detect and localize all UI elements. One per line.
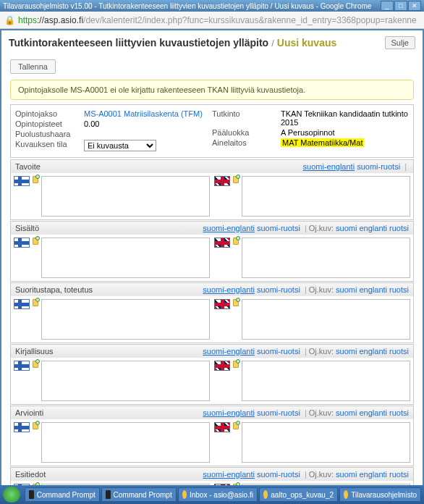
close-button[interactable]: Sulje [385,36,415,49]
window-btn-close[interactable]: ✕ [408,1,421,11]
kuvauksen-tila-select[interactable]: Ei kuvausta [84,140,156,151]
task-icon [106,490,111,499]
puolustushaara-label: Puolustushaara [15,130,84,138]
text-en-input[interactable] [242,299,410,340]
task-icon [182,490,187,499]
ainelaitos-value: MAT Matematiikka/Mat [281,138,409,147]
section-name: Tavoite [15,162,160,171]
text-fi-input[interactable] [41,176,210,217]
task-icon [263,490,268,499]
section-langlinks: suomi-englanti suomi-ruotsi |Oj.kuv: suo… [203,224,409,232]
lock-small-icon [233,176,239,183]
lang-fi-en-link[interactable]: suomi-englanti [203,285,255,294]
section-header: Arviointisuomi-englanti suomi-ruotsi |Oj… [11,406,413,419]
tutkinto-label: Tutkinto [212,109,281,127]
window-btn-max[interactable]: □ [394,1,407,11]
text-en-input[interactable] [242,238,410,278]
opintopisteet-value: 0.00 [84,119,212,128]
ojkuv-suomi-link[interactable]: suomi [336,408,357,417]
ojkuv-suomi-link[interactable]: suomi [336,470,357,479]
lock-small-icon [233,299,239,306]
task-icon [29,490,34,499]
task-label: aalto_ops_kuvau_2 [271,491,334,499]
ojkuv-englanti-link[interactable]: englanti [359,285,387,294]
lock-small-icon [33,361,38,368]
save-button[interactable]: Tallenna [10,59,56,74]
ojkuv-ruotsi-link[interactable]: ruotsi [389,224,409,232]
lang-fi-sv-link[interactable]: suomi-ruotsi [357,162,400,171]
lang-fi-sv-link[interactable]: suomi-ruotsi [257,224,300,232]
ojkuv-englanti-link[interactable]: englanti [359,470,387,479]
text-fi-input[interactable] [41,422,210,463]
lock-small-icon [233,361,239,368]
ojkuv-englanti-link[interactable]: englanti [359,408,387,417]
flag-fi-icon [14,422,30,432]
lock-small-icon [33,299,38,306]
properties-panel: OpintojaksoMS-A0001 Matriisilaskenta (TF… [10,104,414,158]
ojkuv-ruotsi-link[interactable]: ruotsi [389,470,409,479]
ojkuv-suomi-link[interactable]: suomi [336,347,357,356]
task-label: Tilavarausohjelmisto [351,491,417,499]
task-item[interactable]: Tilavarausohjelmisto [339,487,421,502]
lang-fi-en-link[interactable]: suomi-englanti [203,347,255,356]
lang-fi-sv-link[interactable]: suomi-ruotsi [257,285,300,294]
opintopisteet-label: Opintopisteet [15,119,84,128]
notice-box: Opintojaksolle MS-A0001 ei ole kirjattu … [10,80,414,100]
address-bar[interactable]: 🔒 https://asp.asio.fi/dev/kalenterit2/in… [0,12,424,29]
section-header: Sisältösuomi-englanti suomi-ruotsi |Oj.k… [11,222,413,235]
section-3: Kirjallisuussuomi-englanti suomi-ruotsi … [10,344,414,405]
flag-fi-icon [14,361,30,371]
text-fi-input[interactable] [41,299,210,340]
opintojakso-link[interactable]: MS-A0001 Matriisilaskenta (TFM) [84,109,212,118]
puolustushaara-value [84,130,212,138]
task-label: Inbox - asio@asio.fi [190,491,253,499]
flag-uk-icon [214,238,230,248]
section-4: Arviointisuomi-englanti suomi-ruotsi |Oj… [10,406,414,466]
section-langlinks: suomi-englanti suomi-ruotsi |Oj.kuv: suo… [203,470,409,479]
lock-icon: 🔒 [4,15,15,25]
window-btn-min[interactable]: _ [381,1,394,11]
text-fi-input[interactable] [41,361,210,401]
section-header: Esitiedotsuomi-englanti suomi-ruotsi |Oj… [11,468,413,481]
lock-small-icon [33,422,38,429]
kuvauksen-tila-label: Kuvauksen tila [15,140,84,151]
task-label: Command Prompt [37,491,96,499]
section-langlinks: suomi-englanti suomi-ruotsi |Oj.kuv: suo… [203,347,409,356]
ojkuv-ruotsi-link[interactable]: ruotsi [389,285,409,294]
lang-fi-en-link[interactable]: suomi-englanti [203,470,255,479]
ojkuv-englanti-link[interactable]: englanti [359,347,387,356]
task-item[interactable]: Inbox - asio@asio.fi [178,487,258,502]
lock-small-icon [233,422,239,429]
text-en-input[interactable] [242,176,410,217]
section-header: Kirjallisuussuomi-englanti suomi-ruotsi … [11,345,413,358]
section-langlinks: suomi-englanti suomi-ruotsi |Oj.kuv: suo… [203,285,409,294]
start-button[interactable] [3,487,20,503]
ojkuv-englanti-link[interactable]: englanti [359,224,387,232]
text-en-input[interactable] [242,361,410,401]
ojkuv-suomi-link[interactable]: suomi [336,224,357,232]
flag-uk-icon [214,361,230,371]
task-icon [344,490,348,499]
lang-fi-en-link[interactable]: suomi-englanti [303,162,355,171]
window-titlebar: Tilavarausohjelmisto v15.00 - Tutkintora… [0,0,424,12]
section-langlinks: suomi-englanti suomi-ruotsi |Oj.kuv: suo… [203,408,409,417]
ojkuv-ruotsi-link[interactable]: ruotsi [389,347,409,356]
ainelaitos-label: Ainelaitos [212,138,281,147]
section-header: Tavoitesuomi-englanti suomi-ruotsi | [11,160,413,173]
ojkuv-suomi-link[interactable]: suomi [336,285,357,294]
task-item[interactable]: aalto_ops_kuvau_2 [259,487,338,502]
lang-fi-sv-link[interactable]: suomi-ruotsi [257,347,300,356]
text-en-input[interactable] [242,422,410,463]
paaluokka-label: Pääluokka [212,128,281,137]
lang-fi-en-link[interactable]: suomi-englanti [203,224,255,232]
taskbar: Command PromptCommand PromptInbox - asio… [0,485,424,504]
ojkuv-ruotsi-link[interactable]: ruotsi [389,408,409,417]
task-item[interactable]: Command Prompt [101,487,177,502]
flag-uk-icon [214,422,230,432]
lang-fi-en-link[interactable]: suomi-englanti [203,408,255,417]
lang-fi-sv-link[interactable]: suomi-ruotsi [257,408,300,417]
task-item[interactable]: Command Prompt [25,487,100,502]
text-fi-input[interactable] [41,238,210,278]
lang-fi-sv-link[interactable]: suomi-ruotsi [257,470,300,479]
flag-fi-icon [14,299,30,309]
